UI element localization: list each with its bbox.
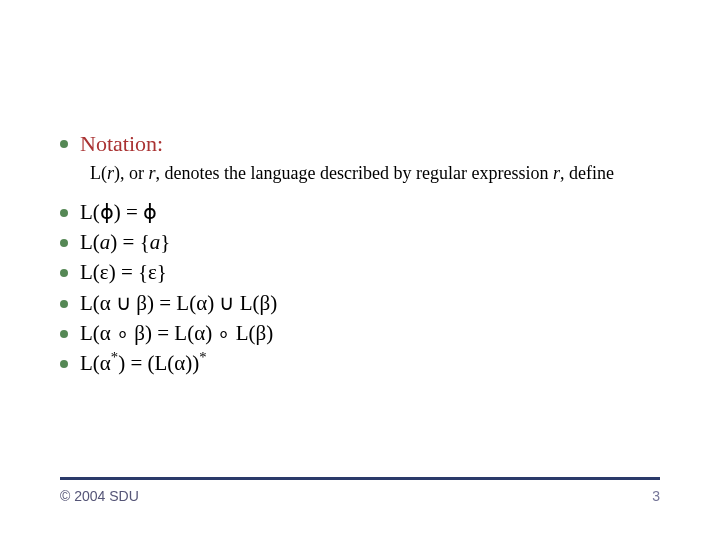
bullet-dot-icon xyxy=(60,360,68,368)
footer-divider xyxy=(60,477,660,480)
formula-text: L(α*) = (L(α))* xyxy=(80,350,207,376)
txt: ), or xyxy=(114,163,149,183)
txt: ) = (L(α)) xyxy=(118,351,199,375)
formula-list: L(ϕ) = ϕ L(a) = {a} L(ε) = {ε} L(α ∪ β) … xyxy=(60,199,660,377)
bullet-dot-icon xyxy=(60,239,68,247)
formula-text: L(ε) = {ε} xyxy=(80,259,167,285)
notation-sub-text: L(r), or r, denotes the language describ… xyxy=(90,163,614,183)
txt: L( xyxy=(80,230,100,254)
bullet-dot-icon xyxy=(60,140,68,148)
bullet-dot-icon xyxy=(60,269,68,277)
formula-4: L(α ∪ β) = L(α) ∪ L(β) xyxy=(60,290,660,316)
formula-5: L(α ∘ β) = L(α) ∘ L(β) xyxy=(60,320,660,346)
copyright-text: © 2004 SDU xyxy=(60,488,139,504)
page-number: 3 xyxy=(652,488,660,504)
formula-3: L(ε) = {ε} xyxy=(60,259,660,285)
notation-label: Notation: xyxy=(80,130,163,158)
var-r: r xyxy=(553,163,560,183)
bullet-notation: Notation: xyxy=(60,130,660,158)
formula-text: L(a) = {a} xyxy=(80,229,170,255)
txt: , define xyxy=(560,163,614,183)
var-r: r xyxy=(149,163,156,183)
formula-2: L(a) = {a} xyxy=(60,229,660,255)
formula-1: L(ϕ) = ϕ xyxy=(60,199,660,225)
formula-6: L(α*) = (L(α))* xyxy=(60,350,660,376)
footer: © 2004 SDU 3 xyxy=(60,488,660,504)
txt: ) = { xyxy=(110,230,149,254)
formula-text: L(α ∘ β) = L(α) ∘ L(β) xyxy=(80,320,273,346)
txt: L( xyxy=(90,163,107,183)
bullet-dot-icon xyxy=(60,209,68,217)
notation-definition: L(r), or r, denotes the language describ… xyxy=(60,162,660,185)
star: * xyxy=(199,349,206,365)
var-a: a xyxy=(100,230,111,254)
bullet-dot-icon xyxy=(60,300,68,308)
var-a: a xyxy=(150,230,161,254)
var-r: r xyxy=(107,163,114,183)
formula-text: L(α ∪ β) = L(α) ∪ L(β) xyxy=(80,290,277,316)
formula-text: L(ϕ) = ϕ xyxy=(80,199,157,225)
txt: L(α xyxy=(80,351,111,375)
slide: Notation: L(r), or r, denotes the langua… xyxy=(0,0,720,540)
txt: } xyxy=(160,230,170,254)
txt: , denotes the language described by regu… xyxy=(156,163,553,183)
bullet-dot-icon xyxy=(60,330,68,338)
